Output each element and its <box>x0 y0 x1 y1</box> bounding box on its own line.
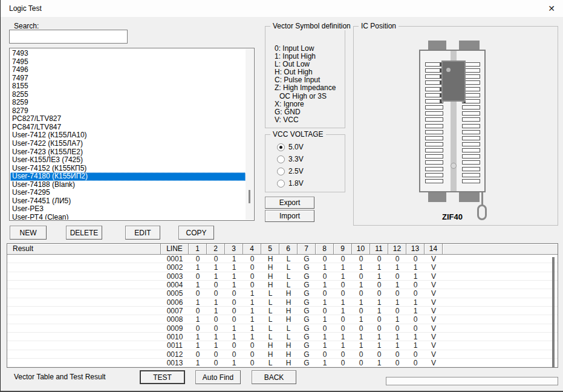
import-button[interactable]: Import <box>265 210 314 222</box>
pin-cell: 1 <box>189 263 207 271</box>
table-row[interactable]: 00120000HHG000000V <box>7 350 558 359</box>
radio-label: 1.8V <box>288 179 304 188</box>
table-row[interactable]: 00021110HLG111111V <box>7 263 558 272</box>
table-row[interactable]: 00111100HHG111111V <box>7 341 558 350</box>
pin-cell: 0 <box>225 350 243 358</box>
list-item[interactable]: User-74188 (Blank) <box>10 181 246 189</box>
socket-tab-top-right <box>459 41 480 50</box>
new-button[interactable]: NEW <box>10 226 47 240</box>
list-item[interactable]: User-РТ4 (Clean) <box>10 214 246 220</box>
table-row[interactable]: 00061101LHG111111V <box>7 298 558 307</box>
vcc-option[interactable]: 1.8V <box>277 178 304 188</box>
pin-cell: 1 <box>225 359 243 367</box>
table-scroll-thumb[interactable] <box>552 257 555 367</box>
auto-find-button[interactable]: Auto Find <box>195 370 241 384</box>
edit-button[interactable]: EDIT <box>125 226 160 240</box>
pin-cell: 0 <box>316 255 334 263</box>
table-row[interactable]: 00081001LHG101010V <box>7 315 558 324</box>
delete-button[interactable]: DELETE <box>66 226 102 240</box>
pin-cell: V <box>425 289 443 297</box>
pin-cell: 0 <box>225 298 243 306</box>
list-item[interactable]: 8279 <box>10 107 246 116</box>
list-item[interactable]: User-74152 (К155КП5) <box>10 165 246 173</box>
vcc-option[interactable]: 3.3V <box>277 154 304 164</box>
table-row[interactable]: 00050001LHG000000V <box>7 289 558 298</box>
list-item[interactable]: User-7412 (К155ЛА10) <box>10 131 246 140</box>
ic-list-scrollbar[interactable] <box>246 49 253 220</box>
list-item[interactable]: 8255 <box>10 91 246 99</box>
pin-cell: 1 <box>334 341 352 349</box>
table-row[interactable]: 00010010HLG000000V <box>7 255 558 263</box>
list-item[interactable]: PC827/LTV827 <box>10 115 246 123</box>
list-item[interactable]: 7496 <box>10 66 246 74</box>
back-button[interactable]: BACK <box>252 370 296 384</box>
list-item[interactable]: User-7423 (К155ЛЕ2) <box>10 148 246 157</box>
radio-button[interactable] <box>277 155 285 163</box>
list-item[interactable]: 8155 <box>10 82 246 91</box>
progress-bar <box>386 377 558 385</box>
pin-cell: V <box>425 341 443 349</box>
table-row[interactable]: 00070101LHG010101V <box>7 307 558 315</box>
list-item[interactable]: 7493 <box>10 50 246 58</box>
pin-cell: G <box>298 350 316 358</box>
table-row[interactable]: 00101111LLG111111V <box>7 333 558 341</box>
list-item[interactable]: 7497 <box>10 74 246 83</box>
pin-cell: 0 <box>243 255 261 263</box>
socket-slot-left <box>425 99 443 103</box>
pin-cell: L <box>279 333 298 341</box>
list-item[interactable]: User-К155ЛЕ3 (7425) <box>10 156 246 165</box>
socket-slot-right <box>462 160 480 165</box>
logic-test-window: Logic Test ✕ Search: 7493749574967497815… <box>0 0 563 392</box>
socket-slot-left <box>425 173 443 177</box>
pin-cell: 1 <box>207 263 225 271</box>
list-item[interactable]: User-7422 (К155ЛА7) <box>10 140 246 148</box>
socket-slot-right <box>462 173 480 177</box>
ic-list-scroll-thumb[interactable] <box>249 190 250 203</box>
pin-cell: V <box>425 298 443 306</box>
export-button[interactable]: Export <box>265 197 314 209</box>
pin-column-header: 4 <box>243 244 261 255</box>
pin-cell: 1 <box>225 281 243 289</box>
pin-column-header: 7 <box>298 244 316 255</box>
pin-cell: 1 <box>225 272 243 280</box>
pin-column-header: 8 <box>316 244 334 255</box>
pin-cell: G <box>298 359 316 367</box>
pin-column-header: 10 <box>352 244 370 255</box>
pin-cell: V <box>425 315 443 323</box>
vcc-option[interactable]: 5.0V <box>277 142 304 152</box>
ic-listbox[interactable]: 74937495749674978155825582598279PC827/LT… <box>9 48 255 221</box>
radio-button[interactable] <box>277 180 285 188</box>
list-item[interactable]: 8259 <box>10 99 246 107</box>
pin-column-header: 12 <box>388 244 406 255</box>
vcc-option[interactable]: 2.5V <box>277 166 304 176</box>
pin-cell: 0 <box>225 307 243 315</box>
list-item[interactable]: 7495 <box>10 58 246 67</box>
list-item[interactable]: User-74451 (ЛИ5) <box>10 197 246 206</box>
result-cell <box>7 272 161 280</box>
pin-cell: 1 <box>334 263 352 271</box>
table-row[interactable]: 00090011LLG000000V <box>7 324 558 333</box>
result-column-header: Result <box>7 244 161 255</box>
test-button[interactable]: TEST <box>140 370 185 384</box>
radio-button-selected[interactable] <box>277 143 285 151</box>
result-cell <box>7 255 161 263</box>
table-row[interactable]: 00041010HLG101010V <box>7 281 558 289</box>
pin-cell: L <box>261 333 279 341</box>
table-row[interactable]: 00131010LHG100100V <box>7 359 558 367</box>
copy-button[interactable]: COPY <box>178 226 214 240</box>
search-input[interactable] <box>9 30 128 44</box>
socket-slot-right <box>462 117 480 122</box>
list-item[interactable]: User-74295 <box>10 189 246 197</box>
pin-cell: 0 <box>370 289 388 297</box>
close-icon[interactable]: ✕ <box>545 2 558 15</box>
list-item[interactable]: PC847/LTV847 <box>10 123 246 132</box>
pin-cell: 1 <box>189 315 207 323</box>
list-item[interactable]: User-РЕ3 <box>10 205 246 214</box>
list-item[interactable]: User-74180 (К155ИП2) <box>10 172 246 181</box>
table-row[interactable]: 00030110HLG010101V <box>7 272 558 281</box>
pin-cell: 1 <box>388 315 406 323</box>
pin-cell: L <box>261 315 279 323</box>
pin-cell: 1 <box>225 333 243 341</box>
socket-strip-hole <box>451 163 457 169</box>
radio-button[interactable] <box>277 168 285 175</box>
